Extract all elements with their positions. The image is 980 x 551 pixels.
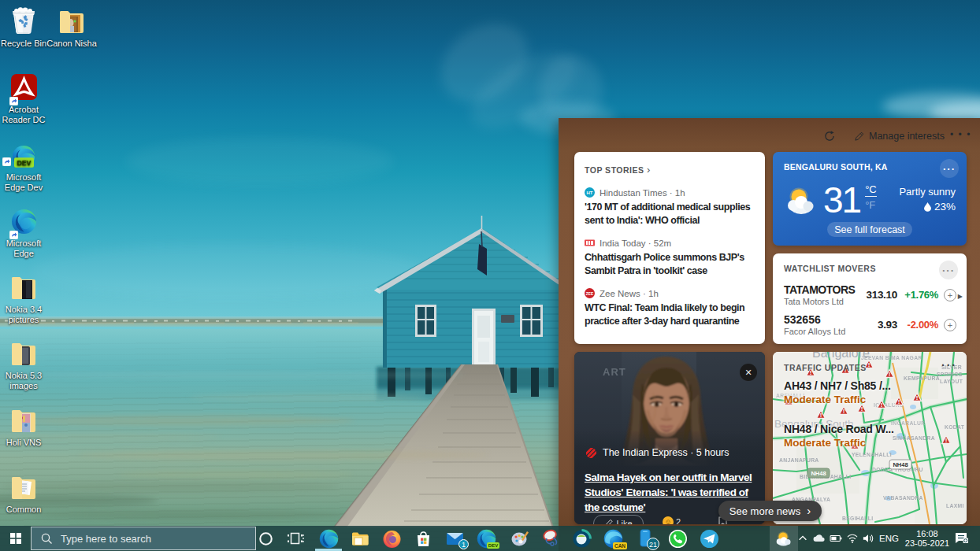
svg-text:KODAT: KODAT [945,424,965,430]
svg-text:ANJANAPURA: ANJANAPURA [779,457,819,463]
svg-text:VABASANDRA: VABASANDRA [883,495,923,501]
svg-text:NH48: NH48 [811,470,826,477]
svg-text:HT: HT [587,190,593,195]
svg-text:!: ! [861,405,863,412]
svg-text:!: ! [898,398,900,405]
svg-text:SPRINGS: SPRINGS [937,372,963,377]
svg-text:NH48: NH48 [893,461,908,468]
svg-text:!: ! [820,412,822,419]
svg-text:!: ! [945,437,948,444]
svg-text:!: ! [889,371,891,378]
svg-text:YELENAHALLI: YELENAHALLI [852,452,892,457]
svg-text:INGARALUR: INGARALUR [891,420,925,426]
svg-text:!: ! [868,361,870,368]
svg-text:BEGIHALLI: BEGIHALLI [842,516,873,521]
svg-text:KEMPAPURA: KEMPAPURA [904,375,940,381]
svg-text:DEV: DEV [17,159,32,167]
svg-text:JEEVAN BIMA NAGAR: JEEVAN BIMA NAGAR [861,355,922,361]
svg-text:!: ! [881,401,883,409]
svg-text:LAXMI: LAXMI [946,503,964,508]
svg-text:ZEE: ZEE [586,292,594,296]
svg-text:ART: ART [603,366,626,378]
svg-text:!: ! [916,394,919,401]
svg-text:Bangalore: Bangalore [812,352,870,360]
svg-text:SINGASANDRA: SINGASANDRA [893,435,935,441]
svg-text:LAYOUT: LAYOUT [940,379,963,384]
svg-text:!: ! [843,408,845,415]
